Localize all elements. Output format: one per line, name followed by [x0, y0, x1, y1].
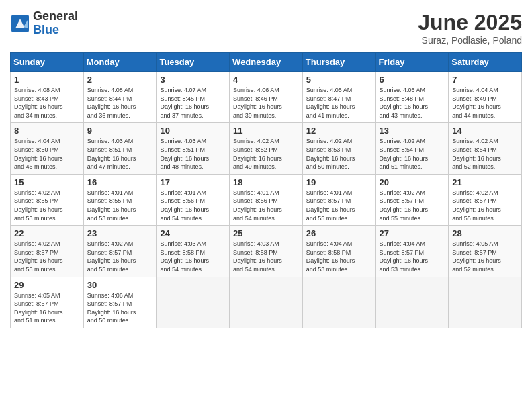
- day-number: 5: [306, 75, 372, 85]
- day-info: Sunrise: 4:03 AMSunset: 8:51 PMDaylight:…: [87, 138, 136, 170]
- day-number: 9: [87, 126, 153, 136]
- table-row: 7Sunrise: 4:04 AMSunset: 8:49 PMDaylight…: [449, 72, 522, 123]
- title-area: June 2025 Suraz, Podlasie, Poland: [418, 10, 522, 46]
- day-number: 1: [14, 75, 80, 85]
- day-info: Sunrise: 4:01 AMSunset: 8:55 PMDaylight:…: [87, 189, 136, 222]
- table-row: 3Sunrise: 4:07 AMSunset: 8:45 PMDaylight…: [157, 72, 230, 123]
- day-number: 28: [452, 228, 518, 238]
- table-row: 16Sunrise: 4:01 AMSunset: 8:55 PMDayligh…: [83, 174, 157, 225]
- table-row: [449, 277, 522, 328]
- day-number: 30: [87, 280, 153, 290]
- table-row: 23Sunrise: 4:02 AMSunset: 8:57 PMDayligh…: [83, 226, 157, 277]
- table-row: 30Sunrise: 4:06 AMSunset: 8:57 PMDayligh…: [83, 277, 157, 328]
- table-row: 14Sunrise: 4:02 AMSunset: 8:54 PMDayligh…: [449, 123, 522, 174]
- logo-icon: [10, 13, 30, 34]
- day-info: Sunrise: 4:05 AMSunset: 8:48 PMDaylight:…: [380, 87, 429, 119]
- day-info: Sunrise: 4:08 AMSunset: 8:44 PMDaylight:…: [87, 87, 136, 119]
- day-number: 15: [14, 177, 80, 187]
- day-number: 24: [160, 228, 226, 238]
- day-number: 20: [380, 177, 445, 187]
- day-number: 12: [306, 126, 372, 136]
- page-header: General Blue June 2025 Suraz, Podlasie, …: [10, 10, 522, 46]
- day-info: Sunrise: 4:06 AMSunset: 8:57 PMDaylight:…: [87, 292, 136, 324]
- day-info: Sunrise: 4:02 AMSunset: 8:54 PMDaylight:…: [452, 138, 501, 170]
- day-info: Sunrise: 4:02 AMSunset: 8:57 PMDaylight:…: [452, 189, 501, 222]
- table-row: 28Sunrise: 4:05 AMSunset: 8:57 PMDayligh…: [449, 226, 522, 277]
- day-info: Sunrise: 4:04 AMSunset: 8:49 PMDaylight:…: [452, 87, 501, 119]
- table-row: [157, 277, 230, 328]
- calendar-week-2: 8Sunrise: 4:04 AMSunset: 8:50 PMDaylight…: [11, 123, 522, 174]
- day-number: 13: [380, 126, 445, 136]
- day-number: 29: [14, 280, 80, 290]
- table-row: 2Sunrise: 4:08 AMSunset: 8:44 PMDaylight…: [83, 72, 157, 123]
- day-number: 27: [380, 228, 445, 238]
- day-number: 19: [306, 177, 372, 187]
- day-number: 10: [160, 126, 226, 136]
- day-number: 17: [160, 177, 226, 187]
- table-row: [230, 277, 303, 328]
- day-info: Sunrise: 4:05 AMSunset: 8:47 PMDaylight:…: [306, 87, 355, 119]
- day-info: Sunrise: 4:01 AMSunset: 8:57 PMDaylight:…: [306, 189, 355, 222]
- day-number: 21: [452, 177, 518, 187]
- day-number: 26: [306, 228, 372, 238]
- day-info: Sunrise: 4:03 AMSunset: 8:51 PMDaylight:…: [160, 138, 209, 170]
- day-number: 2: [87, 75, 153, 85]
- day-info: Sunrise: 4:02 AMSunset: 8:57 PMDaylight:…: [87, 240, 136, 273]
- column-header-saturday: Saturday: [449, 53, 522, 72]
- logo-general-text: General: [33, 10, 78, 24]
- day-number: 11: [233, 126, 299, 136]
- table-row: 19Sunrise: 4:01 AMSunset: 8:57 PMDayligh…: [302, 174, 375, 225]
- table-row: 20Sunrise: 4:02 AMSunset: 8:57 PMDayligh…: [375, 174, 449, 225]
- day-info: Sunrise: 4:04 AMSunset: 8:58 PMDaylight:…: [306, 240, 355, 273]
- day-info: Sunrise: 4:02 AMSunset: 8:53 PMDaylight:…: [306, 138, 355, 170]
- calendar-week-4: 22Sunrise: 4:02 AMSunset: 8:57 PMDayligh…: [11, 226, 522, 277]
- table-row: 10Sunrise: 4:03 AMSunset: 8:51 PMDayligh…: [157, 123, 230, 174]
- day-info: Sunrise: 4:07 AMSunset: 8:45 PMDaylight:…: [160, 87, 209, 119]
- table-row: 17Sunrise: 4:01 AMSunset: 8:56 PMDayligh…: [157, 174, 230, 225]
- calendar-week-3: 15Sunrise: 4:02 AMSunset: 8:55 PMDayligh…: [11, 174, 522, 225]
- day-info: Sunrise: 4:01 AMSunset: 8:56 PMDaylight:…: [160, 189, 209, 222]
- day-info: Sunrise: 4:01 AMSunset: 8:56 PMDaylight:…: [233, 189, 282, 222]
- day-info: Sunrise: 4:05 AMSunset: 8:57 PMDaylight:…: [452, 240, 501, 273]
- table-row: 22Sunrise: 4:02 AMSunset: 8:57 PMDayligh…: [11, 226, 84, 277]
- table-row: 6Sunrise: 4:05 AMSunset: 8:48 PMDaylight…: [375, 72, 449, 123]
- table-row: 27Sunrise: 4:04 AMSunset: 8:57 PMDayligh…: [375, 226, 449, 277]
- column-header-tuesday: Tuesday: [157, 53, 230, 72]
- table-row: 12Sunrise: 4:02 AMSunset: 8:53 PMDayligh…: [302, 123, 375, 174]
- location-text: Suraz, Podlasie, Poland: [418, 35, 522, 46]
- day-number: 18: [233, 177, 299, 187]
- logo-blue-text: Blue: [33, 24, 78, 37]
- day-number: 16: [87, 177, 153, 187]
- table-row: 29Sunrise: 4:05 AMSunset: 8:57 PMDayligh…: [11, 277, 84, 328]
- day-info: Sunrise: 4:06 AMSunset: 8:46 PMDaylight:…: [233, 87, 282, 119]
- table-row: 15Sunrise: 4:02 AMSunset: 8:55 PMDayligh…: [11, 174, 84, 225]
- column-header-wednesday: Wednesday: [230, 53, 303, 72]
- day-info: Sunrise: 4:03 AMSunset: 8:58 PMDaylight:…: [160, 240, 209, 273]
- table-row: [375, 277, 449, 328]
- calendar-header-row: SundayMondayTuesdayWednesdayThursdayFrid…: [11, 53, 522, 72]
- table-row: 11Sunrise: 4:02 AMSunset: 8:52 PMDayligh…: [230, 123, 303, 174]
- day-number: 6: [380, 75, 445, 85]
- calendar-table: SundayMondayTuesdayWednesdayThursdayFrid…: [10, 52, 522, 328]
- logo: General Blue: [10, 10, 78, 37]
- day-number: 23: [87, 228, 153, 238]
- column-header-thursday: Thursday: [302, 53, 375, 72]
- table-row: 21Sunrise: 4:02 AMSunset: 8:57 PMDayligh…: [449, 174, 522, 225]
- day-number: 3: [160, 75, 226, 85]
- day-number: 14: [452, 126, 518, 136]
- table-row: 26Sunrise: 4:04 AMSunset: 8:58 PMDayligh…: [302, 226, 375, 277]
- day-info: Sunrise: 4:02 AMSunset: 8:54 PMDaylight:…: [380, 138, 429, 170]
- column-header-friday: Friday: [375, 53, 449, 72]
- column-header-sunday: Sunday: [11, 53, 84, 72]
- table-row: 1Sunrise: 4:08 AMSunset: 8:43 PMDaylight…: [11, 72, 84, 123]
- day-number: 4: [233, 75, 299, 85]
- month-title: June 2025: [418, 10, 522, 35]
- day-number: 8: [14, 126, 80, 136]
- day-info: Sunrise: 4:02 AMSunset: 8:55 PMDaylight:…: [14, 189, 63, 222]
- logo-text: General Blue: [33, 10, 78, 37]
- table-row: 9Sunrise: 4:03 AMSunset: 8:51 PMDaylight…: [83, 123, 157, 174]
- day-info: Sunrise: 4:04 AMSunset: 8:50 PMDaylight:…: [14, 138, 63, 170]
- table-row: 8Sunrise: 4:04 AMSunset: 8:50 PMDaylight…: [11, 123, 84, 174]
- table-row: 25Sunrise: 4:03 AMSunset: 8:58 PMDayligh…: [230, 226, 303, 277]
- calendar-week-1: 1Sunrise: 4:08 AMSunset: 8:43 PMDaylight…: [11, 72, 522, 123]
